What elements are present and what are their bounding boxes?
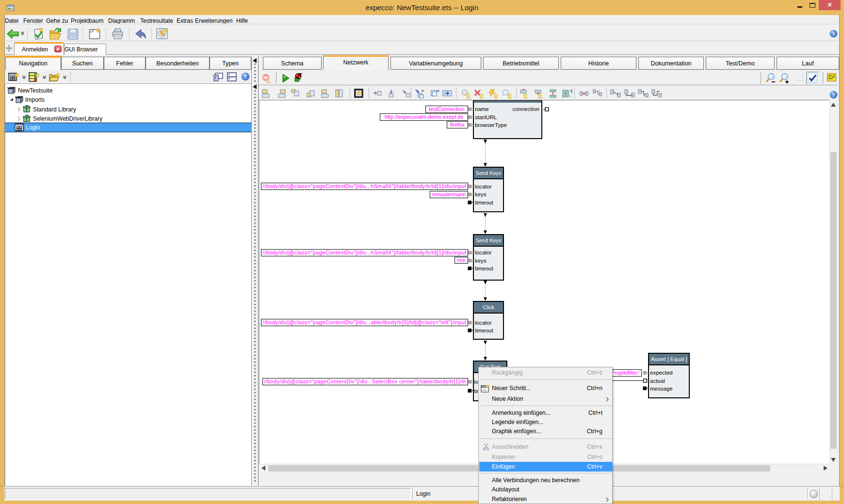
- svg-text:?: ?: [598, 89, 600, 94]
- svg-text:?: ?: [244, 74, 247, 80]
- svg-text:?: ?: [832, 31, 835, 37]
- svg-text:+: +: [421, 89, 424, 94]
- svg-text:+: +: [437, 89, 439, 94]
- svg-text:?: ?: [832, 92, 835, 98]
